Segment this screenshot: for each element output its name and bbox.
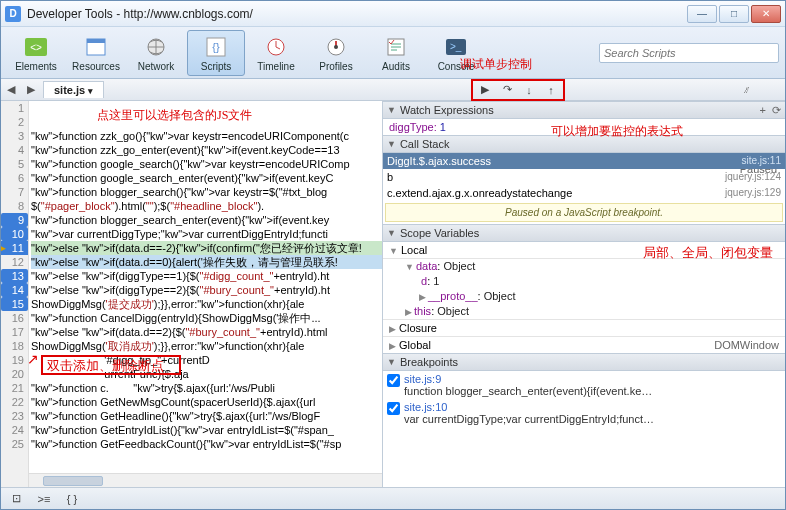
breakpoint-checkbox[interactable] [387, 402, 400, 415]
code-line[interactable]: "kw">function c. "kw">try{$.ajax({url:'/… [31, 381, 382, 395]
code-line[interactable]: "kw">else "kw">if(data.d==0){alert('操作失败… [31, 255, 382, 269]
footer-pretty-icon[interactable]: { } [63, 491, 81, 507]
tool-elements[interactable]: <>Elements [7, 30, 65, 76]
tool-timeline[interactable]: Timeline [247, 30, 305, 76]
annotation-select-js: 点这里可以选择包含的JS文件 [97, 107, 252, 124]
line-number[interactable]: 4 [1, 143, 28, 157]
annotation-scope: 局部、全局、闭包变量 [643, 244, 773, 262]
line-number[interactable]: 2 [1, 115, 28, 129]
svg-point-9 [334, 45, 338, 49]
code-line[interactable]: "kw">var currentDiggType;"kw">var curren… [31, 227, 382, 241]
scope-local-label: Local [401, 244, 427, 256]
code-line[interactable]: "kw">function blogger_search(){"kw">var … [31, 185, 382, 199]
callstack-item[interactable]: bjquery.js:124 [383, 169, 785, 185]
code-line[interactable]: "kw">else "kw">if(diggType==2){$("#bury_… [31, 283, 382, 297]
code-line[interactable]: "kw">else "kw">if(data.d==2){$("#bury_co… [31, 325, 382, 339]
footer: ⊡ >≡ { } [1, 487, 785, 509]
line-number[interactable]: 6 [1, 171, 28, 185]
code-line[interactable]: "kw">function blogger_search_enter(event… [31, 213, 382, 227]
code-line[interactable]: "kw">function CancelDigg(entryId){ShowDi… [31, 311, 382, 325]
line-number[interactable]: 17 [1, 325, 28, 339]
scope-row[interactable]: ▶__proto__: Object [383, 289, 785, 304]
code-line[interactable]: "kw">else "kw">if(diggType==1){$("#digg_… [31, 269, 382, 283]
h-scrollbar[interactable] [29, 473, 382, 487]
footer-dock-icon[interactable]: ⊡ [7, 491, 25, 507]
line-number[interactable]: 16 [1, 311, 28, 325]
line-number[interactable]: 8 [1, 199, 28, 213]
line-number[interactable]: 7 [1, 185, 28, 199]
line-number[interactable]: 24 [1, 423, 28, 437]
toolbar: <>ElementsResourcesNetwork{}ScriptsTimel… [1, 27, 785, 79]
code-line[interactable]: "kw">function google_search_enter(event)… [31, 171, 382, 185]
watch-add-icon[interactable]: + [760, 104, 766, 117]
code-line[interactable]: "kw">function zzk_go_enter(event){"kw">i… [31, 143, 382, 157]
tool-resources[interactable]: Resources [67, 30, 125, 76]
script-tab-label: site.js [54, 84, 85, 96]
line-number[interactable]: 9 [1, 213, 28, 227]
tool-label: Network [138, 61, 175, 72]
line-number[interactable]: 20 [1, 367, 28, 381]
code-line[interactable]: "kw">function google_search(){"kw">var k… [31, 157, 382, 171]
scope-global-value: DOMWindow [714, 339, 779, 351]
breakpoint-item[interactable]: site.js:9function blogger_search_enter(e… [383, 371, 785, 399]
line-number[interactable]: 1 [1, 101, 28, 115]
resume-button[interactable]: ▶ [474, 82, 496, 98]
tool-audits[interactable]: Audits [367, 30, 425, 76]
scope-row[interactable]: ▶this: Object [383, 304, 785, 319]
search-input[interactable] [604, 47, 774, 59]
step-over-button[interactable]: ↷ [496, 82, 518, 98]
line-number[interactable]: 15 [1, 297, 28, 311]
scope-closure-label: Closure [399, 322, 437, 334]
code-line[interactable]: "kw">else "kw">if(data.d==-2){"kw">if(co… [31, 241, 382, 255]
callstack-item[interactable]: c.extend.ajax.g.x.onreadystatechangejque… [383, 185, 785, 201]
code-line[interactable]: $("#pager_block").html("");$("#headline_… [31, 199, 382, 213]
line-number[interactable]: 19 [1, 353, 28, 367]
elements-icon: <> [22, 34, 50, 60]
resources-icon [82, 34, 110, 60]
breakpoint-item[interactable]: site.js:10var currentDiggType;var curren… [383, 399, 785, 427]
tool-profiles[interactable]: Profiles [307, 30, 365, 76]
code-line[interactable]: "kw">function GetEntryIdList(){"kw">var … [31, 423, 382, 437]
scope-row[interactable]: d: 1 [383, 274, 785, 289]
scope-header[interactable]: ▼Scope Variables [383, 224, 785, 242]
breakpoints-header[interactable]: ▼Breakpoints [383, 353, 785, 371]
line-number[interactable]: 25 [1, 437, 28, 451]
code-line[interactable]: "kw">function GetHeadline(){"kw">try{$.a… [31, 409, 382, 423]
tool-network[interactable]: Network [127, 30, 185, 76]
step-out-button[interactable]: ↑ [540, 82, 562, 98]
tool-scripts[interactable]: {}Scripts [187, 30, 245, 76]
step-into-button[interactable]: ↓ [518, 82, 540, 98]
callstack-item[interactable]: DiggIt.$.ajax.successsite.js:11 [383, 153, 785, 169]
minimize-button[interactable]: — [687, 5, 717, 23]
line-number[interactable]: 21 [1, 381, 28, 395]
tab-next[interactable]: ▶ [21, 83, 41, 96]
watch-header[interactable]: ▼Watch Expressions +⟳ [383, 101, 785, 119]
line-number[interactable]: 13 [1, 269, 28, 283]
close-button[interactable]: ✕ [751, 5, 781, 23]
code-line[interactable]: ShowDiggMsg('提交成功');}},error:"kw">functi… [31, 297, 382, 311]
line-number[interactable]: 3 [1, 129, 28, 143]
footer-console-icon[interactable]: >≡ [35, 491, 53, 507]
line-number[interactable]: 22 [1, 395, 28, 409]
line-number[interactable]: 14 [1, 283, 28, 297]
search-box[interactable] [599, 43, 779, 63]
line-number[interactable]: 23 [1, 409, 28, 423]
code-line[interactable]: "kw">function GetNewMsgCount(spacerUserI… [31, 395, 382, 409]
watch-refresh-icon[interactable]: ⟳ [772, 104, 781, 117]
code-line[interactable]: "kw">function zzk_go(){"kw">var keystr=e… [31, 129, 382, 143]
svg-text:{}: {} [212, 41, 220, 53]
line-number[interactable]: 5 [1, 157, 28, 171]
line-number[interactable]: 18 [1, 339, 28, 353]
tab-prev[interactable]: ◀ [1, 83, 21, 96]
line-gutter[interactable]: 1234567891011121314151617181920212223242… [1, 101, 29, 487]
annotation-debug-step: 调试单步控制 [460, 56, 532, 73]
source-code[interactable]: "kw">function zzk_go(){"kw">var keystr=e… [29, 101, 382, 473]
code-line[interactable]: "kw">function GetFeedbackCount(){"kw">va… [31, 437, 382, 451]
line-number[interactable]: 11 [1, 241, 28, 255]
script-tab[interactable]: site.js ▾ [43, 81, 104, 98]
line-number[interactable]: 12 [1, 255, 28, 269]
line-number[interactable]: 10 [1, 227, 28, 241]
breakpoint-checkbox[interactable] [387, 374, 400, 387]
maximize-button[interactable]: □ [719, 5, 749, 23]
code-line[interactable]: ShowDiggMsg('取消成功');}},error:"kw">functi… [31, 339, 382, 353]
